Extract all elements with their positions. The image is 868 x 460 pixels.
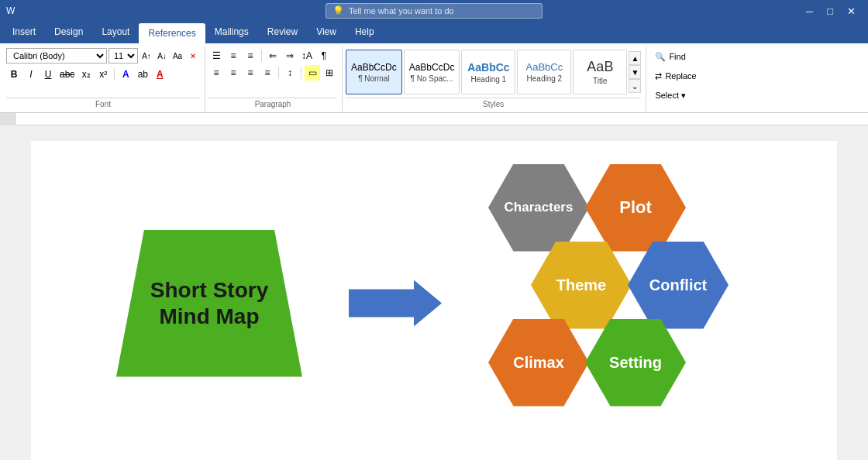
- change-case-button[interactable]: Aa: [170, 48, 184, 64]
- find-button[interactable]: 🔍 Find: [649, 48, 691, 65]
- italic-button[interactable]: I: [23, 67, 39, 82]
- style-normal-preview: AaBbCcDc: [351, 62, 397, 73]
- tab-insert[interactable]: Insert: [3, 22, 45, 43]
- style-title-preview: AaB: [587, 59, 613, 75]
- select-button[interactable]: Select ▾: [649, 87, 691, 104]
- multilevel-button[interactable]: ≡: [243, 48, 258, 64]
- hex-characters-label: Characters: [505, 200, 574, 215]
- font-family-select[interactable]: Calibri (Body): [6, 48, 107, 64]
- ruler: [0, 113, 868, 125]
- trapezoid-line2: Mind Map: [159, 304, 259, 328]
- bold-button[interactable]: B: [6, 67, 22, 82]
- decrease-indent-button[interactable]: ⇐: [265, 48, 281, 64]
- search-area: 💡 Tell me what you want to do: [74, 3, 794, 19]
- font-color-button[interactable]: A: [152, 67, 167, 82]
- trapezoid-text: Short Story Mind Map: [143, 277, 276, 329]
- style-title[interactable]: AaB Title: [573, 50, 627, 94]
- style-heading2[interactable]: AaBbCc Heading 2: [517, 50, 571, 94]
- hex-climax-label: Climax: [513, 354, 564, 372]
- styles-group-label: Styles: [346, 98, 641, 111]
- tab-mailings[interactable]: Mailings: [205, 22, 258, 43]
- bullets-button[interactable]: ☰: [208, 48, 224, 64]
- style-heading2-preview: AaBbCc: [526, 61, 563, 73]
- underline-button[interactable]: U: [40, 67, 56, 82]
- hex-setting-label: Setting: [609, 354, 662, 372]
- trapezoid-container: Short Story Mind Map: [116, 230, 302, 377]
- shading-button[interactable]: ▭: [305, 65, 320, 81]
- styles-gallery: AaBbCcDc ¶ Normal AaBbCcDc ¶ No Spac... …: [346, 50, 627, 94]
- increase-indent-button[interactable]: ⇒: [282, 48, 298, 64]
- align-center-button[interactable]: ≡: [226, 65, 241, 81]
- clear-format-button[interactable]: ✕: [186, 48, 200, 64]
- show-marks-button[interactable]: ¶: [316, 48, 332, 64]
- minimize-button[interactable]: ─: [800, 4, 819, 19]
- divider: [278, 67, 279, 79]
- close-button[interactable]: ✕: [841, 4, 862, 19]
- hex-conflict-label: Conflict: [649, 276, 707, 294]
- sort-button[interactable]: ↕A: [299, 48, 315, 64]
- styles-group: AaBbCcDc ¶ Normal AaBbCcDc ¶ No Spac... …: [343, 46, 646, 112]
- replace-icon: ⇄: [655, 71, 662, 81]
- tab-view[interactable]: View: [307, 22, 346, 43]
- title-bar: W 💡 Tell me what you want to do ─ □ ✕: [0, 0, 868, 22]
- trapezoid-line1: Short Story: [150, 278, 268, 302]
- styles-expand[interactable]: ⌄: [629, 79, 641, 93]
- text-effect-button[interactable]: A: [118, 67, 133, 82]
- hex-setting: Setting: [585, 319, 686, 407]
- divider: [114, 68, 115, 81]
- line-spacing-button[interactable]: ↕: [282, 65, 298, 81]
- ribbon-body: Calibri (Body) 11 A↑ A↓ Aa ✕ B I U abc x…: [0, 43, 868, 113]
- replace-button[interactable]: ⇄ Replace: [649, 67, 701, 84]
- horizontal-ruler: [16, 113, 868, 125]
- borders-button[interactable]: ⊞: [322, 65, 337, 81]
- tab-help[interactable]: Help: [346, 22, 384, 43]
- subscript-button[interactable]: x₂: [78, 67, 94, 82]
- arrow-container: [349, 280, 442, 327]
- tell-me-search[interactable]: 💡 Tell me what you want to do: [326, 3, 542, 19]
- hex-plot: Plot: [585, 164, 686, 252]
- decrease-font-button[interactable]: A↓: [155, 48, 169, 64]
- app-title: W: [6, 5, 68, 16]
- style-normal[interactable]: AaBbCcDc ¶ Normal: [346, 50, 402, 94]
- style-no-spacing-label: ¶ No Spac...: [411, 74, 453, 83]
- superscript-button[interactable]: x²: [95, 67, 111, 82]
- editing-group: 🔍 Find ⇄ Replace Select ▾ Editing: [646, 46, 706, 112]
- hex-climax: Climax: [488, 319, 589, 407]
- numbering-button[interactable]: ≡: [226, 48, 241, 64]
- hex-grid: Characters Plot Theme Conflict Climax Se…: [488, 164, 752, 443]
- search-icon: 💡: [332, 5, 344, 16]
- paragraph-group: ☰ ≡ ≡ ⇐ ⇒ ↕A ¶ ≡ ≡ ≡ ≡ ↕ ▭ ⊞ Paragraph: [205, 46, 343, 112]
- strikethrough-button[interactable]: abc: [57, 67, 77, 82]
- highlight-button[interactable]: ab: [135, 67, 150, 82]
- tab-design[interactable]: Design: [45, 22, 92, 43]
- format-row: B I U abc x₂ x² A ab A: [6, 67, 167, 82]
- paragraph-group-label: Paragraph: [208, 98, 337, 111]
- find-label: Find: [669, 52, 685, 61]
- tab-references[interactable]: References: [139, 23, 205, 43]
- paragraph-row2: ≡ ≡ ≡ ≡ ↕ ▭ ⊞: [208, 65, 337, 81]
- maximize-button[interactable]: □: [821, 4, 839, 19]
- style-heading1[interactable]: AaBbCc Heading 1: [461, 50, 515, 94]
- window-controls: ─ □ ✕: [800, 4, 862, 19]
- align-right-button[interactable]: ≡: [243, 65, 258, 81]
- font-name-row: Calibri (Body) 11 A↑ A↓ Aa ✕: [6, 48, 200, 64]
- style-no-spacing[interactable]: AaBbCcDc ¶ No Spac...: [404, 50, 460, 94]
- tab-layout[interactable]: Layout: [92, 22, 139, 43]
- style-no-spacing-preview: AaBbCcDc: [409, 62, 455, 73]
- hex-theme: Theme: [531, 242, 632, 329]
- trapezoid-shape: Short Story Mind Map: [116, 230, 302, 377]
- increase-font-button[interactable]: A↑: [140, 48, 153, 64]
- styles-scroll: ▲ ▼ ⌄: [629, 51, 641, 93]
- style-heading1-label: Heading 1: [471, 75, 507, 84]
- hex-conflict: Conflict: [628, 242, 728, 329]
- align-left-button[interactable]: ≡: [208, 65, 224, 81]
- styles-scroll-down[interactable]: ▼: [629, 65, 641, 79]
- find-icon: 🔍: [655, 52, 666, 62]
- styles-scroll-up[interactable]: ▲: [629, 51, 641, 65]
- divider: [301, 67, 301, 79]
- justify-button[interactable]: ≡: [260, 65, 275, 81]
- hex-characters: Characters: [488, 164, 589, 252]
- style-heading2-label: Heading 2: [527, 74, 563, 83]
- tab-review[interactable]: Review: [258, 22, 307, 43]
- font-size-select[interactable]: 11: [108, 48, 138, 64]
